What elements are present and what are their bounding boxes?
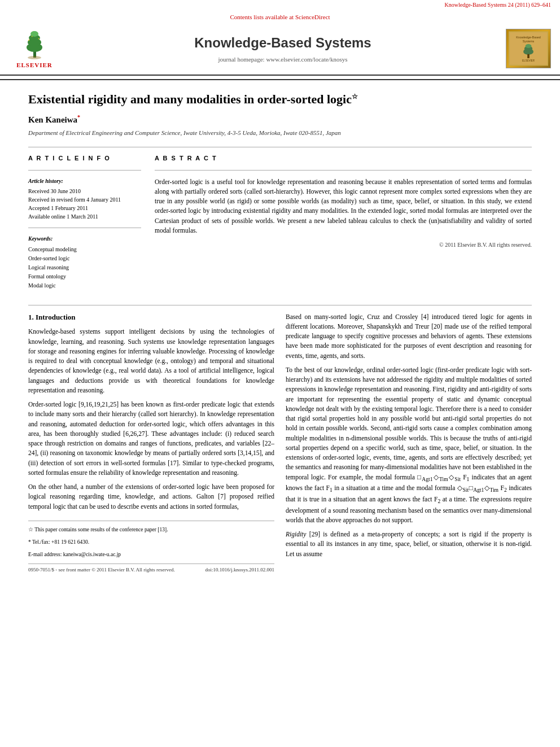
section1-title: 1. Introduction: [28, 312, 274, 323]
journal-title-center: Knowledge-Based Systems journal homepage…: [60, 33, 506, 64]
svg-text:Knowledge-Based: Knowledge-Based: [516, 36, 541, 39]
svg-text:✦: ✦: [28, 39, 30, 42]
contents-label: Contents lists available at: [230, 14, 294, 20]
divider-line-1: [28, 147, 532, 147]
journal-homepage: journal homepage: www.elsevier.com/locat…: [60, 55, 506, 64]
copyright-line: © 2011 Elsevier B.V. All rights reserved…: [155, 241, 532, 250]
title-text: Existential rigidity and many modalities…: [28, 92, 352, 106]
footer-section: ☆ This paper contains some results of th…: [28, 521, 274, 574]
keywords-label: Keywords:: [28, 235, 141, 243]
body-left-para1: Knowledge-based systems support intellig…: [28, 327, 274, 395]
elsevier-tree-icon: ✦ ✦ ✦: [16, 27, 53, 60]
available-date: Available online 1 March 2011: [28, 212, 141, 221]
body-right-column: Based on many-sorted logic, Cruz and Cro…: [286, 312, 532, 574]
article-info-title: A R T I C L E I N F O: [28, 154, 141, 163]
header-content: ✦ ✦ ✦ ELSEVIER Knowledge-Based Systems j…: [0, 23, 560, 75]
body-left-para2: Order-sorted logic [9,16,19,21,25] has b…: [28, 400, 274, 478]
affiliation: Department of Electrical Engineering and…: [28, 129, 532, 138]
author-star: *: [77, 114, 80, 120]
history-section: Article history: Received 30 June 2010 R…: [28, 177, 141, 221]
body-right-para1: Based on many-sorted logic, Cruz and Cro…: [286, 312, 532, 361]
article-title: Existential rigidity and many modalities…: [28, 91, 532, 108]
accepted-date: Accepted 1 February 2011: [28, 204, 141, 212]
keyword-4: Formal ontology: [28, 272, 141, 281]
body-columns: 1. Introduction Knowledge-based systems …: [28, 312, 532, 574]
divider-keywords: [28, 228, 141, 228]
svg-point-15: [526, 44, 532, 48]
article-info: A R T I C L E I N F O Article history: R…: [28, 154, 141, 296]
title-star: ☆: [352, 93, 358, 101]
history-label: Article history:: [28, 177, 141, 186]
elsevier-label: ELSEVIER: [16, 61, 53, 70]
revised-date: Received in revised form 4 January 2011: [28, 195, 141, 204]
footnote-2: * Tel./fax: +81 19 621 6430.: [28, 538, 274, 546]
footer-doi: doi:10.1016/j.knosys.2011.02.001: [205, 566, 274, 574]
sciencedirect-bar: Contents lists available at ScienceDirec…: [0, 11, 560, 23]
cover-image-icon: Knowledge-Based Systems ELSEVIER: [509, 29, 548, 68]
abstract-title: A B S T R A C T: [155, 154, 532, 163]
footer-copyright: 0950-7051/$ - see front matter © 2011 El…: [28, 566, 175, 574]
journal-title: Knowledge-Based Systems: [60, 33, 506, 53]
header-divider: [0, 75, 560, 76]
author-name: Ken Kaneiwa*: [28, 113, 532, 126]
keywords-list: Conceptual modeling Order-sorted logic L…: [28, 245, 141, 290]
keyword-5: Modal logic: [28, 281, 141, 290]
body-right-para2: To the best of our knowledge, ordinal or…: [286, 365, 532, 525]
sciencedirect-link[interactable]: ScienceDirect: [295, 14, 330, 20]
elsevier-logo: ✦ ✦ ✦ ELSEVIER: [9, 27, 60, 70]
info-abstract-section: A R T I C L E I N F O Article history: R…: [28, 154, 532, 296]
divider-abstract: [155, 170, 532, 171]
citation-bar: Knowledge-Based Systems 24 (2011) 629–64…: [0, 0, 560, 11]
svg-text:Systems: Systems: [523, 40, 535, 43]
svg-point-1: [28, 56, 41, 59]
body-left-para3: On the other hand, a number of the exten…: [28, 482, 274, 512]
keyword-3: Logical reasoning: [28, 263, 141, 272]
abstract-text: Order-sorted logic is a useful tool for …: [155, 177, 532, 236]
svg-rect-16: [527, 54, 530, 58]
received-date: Received 30 June 2010: [28, 187, 141, 195]
body-right-para3: Rigidity [29] is defined as a meta-prope…: [286, 530, 532, 559]
body-left-column: 1. Introduction Knowledge-based systems …: [28, 312, 274, 574]
divider-body: [28, 305, 532, 305]
journal-header: Knowledge-Based Systems 24 (2011) 629–64…: [0, 0, 560, 80]
keyword-1: Conceptual modeling: [28, 245, 141, 254]
abstract-section: A B S T R A C T Order-sorted logic is a …: [155, 154, 532, 296]
footnote-1: ☆ This paper contains some results of th…: [28, 526, 274, 534]
footnote-3: E-mail address: kaneiwa@cis.iwate-u.ac.j…: [28, 551, 274, 558]
journal-cover-thumbnail: Knowledge-Based Systems ELSEVIER: [506, 29, 551, 68]
divider-info: [28, 170, 141, 171]
footer-bottom: 0950-7051/$ - see front matter © 2011 El…: [28, 563, 274, 574]
author-text: Ken Kaneiwa: [28, 115, 77, 124]
citation-text: Knowledge-Based Systems 24 (2011) 629–64…: [445, 2, 552, 8]
keywords-section: Keywords: Conceptual modeling Order-sort…: [28, 235, 141, 290]
keyword-2: Order-sorted logic: [28, 254, 141, 263]
svg-text:ELSEVIER: ELSEVIER: [522, 60, 535, 63]
main-content: Existential rigidity and many modalities…: [0, 80, 560, 584]
